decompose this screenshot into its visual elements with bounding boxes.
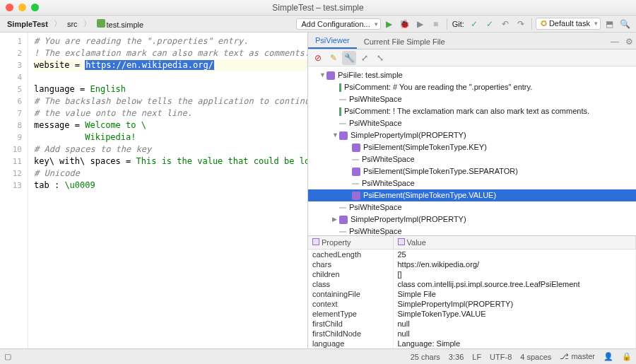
- tree-node[interactable]: PsiComment: ! The exclamation mark can a…: [308, 105, 636, 117]
- property-row[interactable]: elementTypeSimpleTokenType.VALUE: [308, 309, 636, 319]
- collapse-all-icon[interactable]: ⤡: [373, 51, 387, 65]
- code-line[interactable]: website = https://en.wikipedia.org/: [34, 59, 307, 71]
- vcs-commit-button[interactable]: ✓: [483, 17, 497, 31]
- git-branch[interactable]: ⎇ master: [560, 352, 595, 361]
- whitespace-icon: [339, 123, 346, 124]
- whitespace-icon: [339, 231, 346, 233]
- highlight-icon[interactable]: ✎: [326, 51, 341, 65]
- tree-node-label: PsiWhiteSpace: [349, 201, 402, 213]
- breadcrumb-project[interactable]: SimpleTest: [4, 18, 51, 30]
- stop-button[interactable]: ■: [429, 17, 443, 31]
- ide-update-icon[interactable]: ⬒: [602, 17, 616, 31]
- code-line[interactable]: # The backslash below tells the applicat…: [34, 95, 307, 107]
- psi-tree[interactable]: ▼PsiFile: test.simplePsiComment: # You a…: [308, 66, 636, 235]
- code-line[interactable]: # the value onto the next line.: [34, 107, 307, 119]
- tab-current-file[interactable]: Current File Simple File: [357, 35, 452, 49]
- property-header-value[interactable]: Value: [393, 236, 636, 249]
- property-row[interactable]: languageLanguage: Simple: [308, 339, 636, 348]
- titlebar: SimpleTest – test.simple: [0, 0, 636, 16]
- status-encoding[interactable]: UTF-8: [490, 353, 512, 361]
- editor-content[interactable]: # You are reading the ".properties" entr…: [28, 33, 307, 348]
- property-row[interactable]: children[]: [308, 269, 636, 279]
- status-bar: ▢ 25 chars 3:36 LF UTF-8 4 spaces ⎇ mast…: [0, 348, 636, 364]
- whitespace-icon: [352, 183, 359, 184]
- hide-tool-window-icon[interactable]: —: [608, 35, 622, 49]
- breadcrumb: SimpleTest 〉 src 〉 test.simple: [0, 18, 146, 30]
- property-header-key[interactable]: Property: [308, 236, 393, 249]
- tree-node[interactable]: ▼PsiFile: test.simple: [308, 69, 636, 81]
- property-row[interactable]: cachedLength25: [308, 249, 636, 260]
- lock-icon[interactable]: 🔒: [622, 352, 632, 361]
- property-row[interactable]: contextSimplePropertyImpl(PROPERTY): [308, 299, 636, 309]
- tree-node-label: PsiComment: # You are reading the ".prop…: [344, 81, 532, 93]
- tree-node[interactable]: PsiWhiteSpace: [308, 201, 636, 213]
- tree-node-label: PsiWhiteSpace: [349, 117, 402, 129]
- psi-toolbar: ⊘ ✎ 🔧 ⤢ ⤡: [308, 49, 636, 66]
- editor-gutter: 12345678910111213: [0, 33, 28, 348]
- code-line[interactable]: # Unicode: [34, 168, 307, 180]
- code-editor[interactable]: 12345678910111213 # You are reading the …: [0, 33, 307, 348]
- code-line[interactable]: message = Welcome to \: [34, 119, 307, 131]
- property-row[interactable]: classclass com.intellij.psi.impl.source.…: [308, 279, 636, 289]
- code-line[interactable]: tab : \u0009: [34, 180, 307, 192]
- gear-icon[interactable]: ⚙: [622, 35, 636, 49]
- run-button[interactable]: ▶: [382, 17, 396, 31]
- whitespace-icon: [339, 207, 346, 209]
- vcs-history-button[interactable]: ↶: [498, 17, 512, 31]
- tab-psiviewer[interactable]: PsiViewer: [308, 33, 357, 49]
- tree-node[interactable]: PsiWhiteSpace: [308, 93, 636, 105]
- code-line[interactable]: ! The exclamation mark can also mark tex…: [34, 47, 307, 59]
- task-combo[interactable]: ✪ Default task: [536, 18, 601, 30]
- breadcrumb-file[interactable]: test.simple: [94, 18, 147, 30]
- expand-all-icon[interactable]: ⤢: [358, 51, 372, 65]
- tree-node-label: PsiElement(SimpleTokenType.SEPARATOR): [363, 165, 518, 177]
- tree-node[interactable]: PsiWhiteSpace: [308, 177, 636, 189]
- tree-node[interactable]: ▶SimplePropertyImpl(PROPERTY): [308, 213, 636, 225]
- minimize-icon[interactable]: [18, 4, 26, 11]
- status-indent[interactable]: 4 spaces: [520, 353, 551, 361]
- tree-node-label: PsiWhiteSpace: [349, 93, 402, 105]
- vcs-update-button[interactable]: ✓: [467, 17, 481, 31]
- vcs-revert-button[interactable]: ↷: [514, 17, 528, 31]
- close-icon[interactable]: [6, 4, 13, 11]
- tree-node[interactable]: ▼SimplePropertyImpl(PROPERTY): [308, 129, 636, 141]
- code-line[interactable]: key\ with\ spaces = This is the value th…: [34, 155, 307, 168]
- status-caret-pos[interactable]: 3:36: [449, 353, 464, 361]
- tree-node[interactable]: PsiComment: # You are reading the ".prop…: [308, 81, 636, 93]
- tree-node-label: PsiComment: ! The exclamation mark can a…: [344, 105, 589, 117]
- maximize-icon[interactable]: [31, 4, 39, 11]
- code-line[interactable]: # Add spaces to the key: [34, 143, 307, 155]
- property-row[interactable]: firstChildnull: [308, 319, 636, 329]
- tree-node[interactable]: PsiElement(SimpleTokenType.VALUE): [308, 189, 636, 201]
- tool-window-tabs: PsiViewer Current File Simple File — ⚙: [308, 33, 636, 49]
- tree-node[interactable]: PsiWhiteSpace: [308, 225, 636, 235]
- breadcrumb-folder[interactable]: src: [64, 18, 81, 30]
- property-icon: [398, 238, 405, 245]
- property-panel: Property Value cachedLength25charshttps:…: [308, 235, 636, 348]
- tree-node[interactable]: PsiElement(SimpleTokenType.SEPARATOR): [308, 165, 636, 177]
- tree-node[interactable]: PsiElement(SimpleTokenType.KEY): [308, 141, 636, 153]
- run-config-combo[interactable]: Add Configuration...: [296, 18, 380, 30]
- code-line[interactable]: language = English: [34, 83, 307, 95]
- comment-icon: [339, 83, 341, 92]
- status-tool-windows-icon[interactable]: ▢: [4, 352, 11, 361]
- search-everywhere-button[interactable]: 🔍: [618, 17, 632, 31]
- property-row[interactable]: containingFileSimple File: [308, 289, 636, 299]
- property-row[interactable]: charshttps://en.wikipedia.org/: [308, 259, 636, 269]
- wrench-icon[interactable]: 🔧: [342, 51, 356, 65]
- tree-node[interactable]: PsiWhiteSpace: [308, 117, 636, 129]
- filter-icon[interactable]: ⊘: [311, 51, 325, 65]
- property-row[interactable]: firstChildNodenull: [308, 329, 636, 339]
- code-line[interactable]: # You are reading the ".properties" entr…: [34, 35, 307, 47]
- tree-node[interactable]: PsiWhiteSpace: [308, 153, 636, 165]
- tree-node-label: PsiWhiteSpace: [362, 177, 415, 189]
- code-line[interactable]: [34, 71, 307, 83]
- run-coverage-button[interactable]: ▶: [413, 17, 428, 31]
- inspection-icon[interactable]: 👤: [603, 352, 613, 361]
- code-line[interactable]: Wikipedia!: [34, 131, 307, 143]
- psi-element-icon: [352, 143, 360, 152]
- whitespace-icon: [339, 99, 346, 100]
- psi-element-icon: [352, 168, 360, 176]
- status-line-sep[interactable]: LF: [472, 353, 481, 361]
- debug-button[interactable]: 🐞: [398, 17, 412, 31]
